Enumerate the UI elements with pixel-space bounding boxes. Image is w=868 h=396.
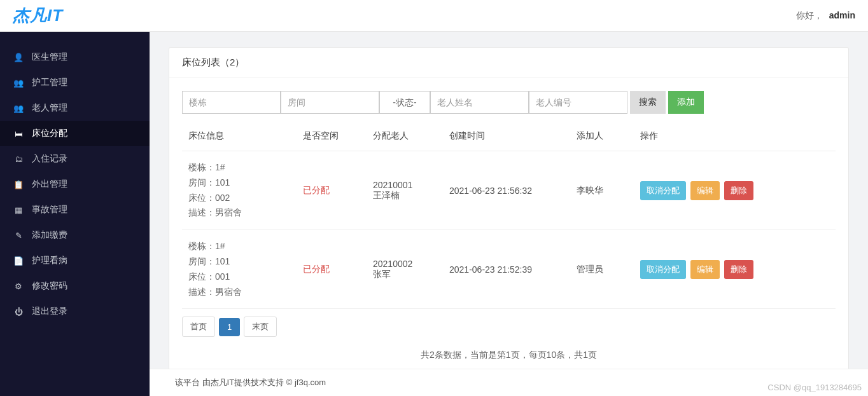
elder-no: 20210002 [373, 259, 437, 269]
edit-button[interactable]: 编辑 [690, 181, 720, 200]
sidebar: 👤医生管理 👥护工管理 👥老人管理 🛏床位分配 🗂入住记录 📋外出管理 ▦事故管… [0, 32, 150, 396]
action-cell: 取消分配 编辑 删除 [634, 230, 836, 309]
th-idle: 是否空闲 [297, 121, 367, 151]
delete-button[interactable]: 删除 [724, 260, 753, 279]
action-cell: 取消分配 编辑 删除 [634, 151, 836, 230]
elder-cell: 20210002 张军 [367, 230, 443, 309]
created-cell: 2021-06-23 21:52:39 [443, 230, 570, 309]
building-input[interactable] [182, 91, 281, 114]
edit-button[interactable]: 编辑 [690, 260, 720, 279]
sidebar-item-label: 退出登录 [32, 306, 67, 317]
first-page-button[interactable]: 首页 [182, 317, 215, 337]
file-icon: 📄 [13, 256, 24, 266]
table-row: 楼栋：1# 房间：101 床位：002 描述：男宿舍 已分配 20210001 … [182, 151, 836, 230]
pagination: 首页 1 末页 [182, 317, 836, 337]
sidebar-item-fee[interactable]: ✎添加缴费 [0, 222, 150, 248]
page-1-button[interactable]: 1 [219, 318, 240, 336]
elder-name: 王泽楠 [373, 190, 437, 201]
status-select[interactable]: -状态- [379, 91, 430, 114]
th-action: 操作 [634, 121, 836, 151]
elder-name-input[interactable] [430, 91, 529, 114]
greeting-prefix: 你好， [796, 10, 823, 20]
th-bedinfo: 床位信息 [182, 121, 297, 151]
bed-no: 床位：002 [188, 191, 290, 206]
sidebar-item-label: 护理看病 [32, 255, 67, 266]
clipboard-icon: 📋 [13, 180, 24, 189]
power-icon: ⏻ [13, 307, 24, 317]
elder-name: 张军 [373, 269, 437, 280]
room-input[interactable] [281, 91, 379, 114]
cancel-assign-button[interactable]: 取消分配 [640, 181, 686, 200]
sidebar-item-bed[interactable]: 🛏床位分配 [0, 121, 150, 146]
sidebar-item-label: 医生管理 [32, 51, 67, 63]
sidebar-item-checkin[interactable]: 🗂入住记录 [0, 146, 150, 172]
sidebar-item-out[interactable]: 📋外出管理 [0, 172, 150, 197]
sidebar-item-password[interactable]: ⚙修改密码 [0, 273, 150, 299]
bed-table: 床位信息 是否空闲 分配老人 创建时间 添加人 操作 楼栋：1# 房间：101 … [182, 121, 836, 309]
card: 床位列表（2） -状态- 搜索 添加 床位信息 是否空闲 分配老人 [169, 47, 849, 374]
bed-building: 楼栋：1# [188, 239, 290, 254]
grid-icon: ▦ [13, 205, 24, 215]
pagination-summary: 共2条数据，当前是第1页，每页10条，共1页 [182, 350, 836, 361]
footer: 该平台 由杰凡IT提供技术支持 © jf3q.com [150, 369, 868, 396]
sidebar-item-label: 添加缴费 [32, 229, 67, 241]
users-icon: 👥 [13, 78, 24, 88]
elder-no-input[interactable] [529, 91, 627, 114]
bed-desc: 描述：男宿舍 [188, 205, 290, 221]
elder-no: 20210001 [373, 180, 437, 190]
gear-icon: ⚙ [13, 282, 24, 291]
edit-icon: ✎ [13, 231, 24, 240]
sidebar-item-care[interactable]: 📄护理看病 [0, 248, 150, 273]
bed-room: 房间：101 [188, 254, 290, 270]
sidebar-item-label: 事故管理 [32, 204, 67, 215]
username: admin [829, 10, 855, 20]
last-page-button[interactable]: 末页 [244, 317, 277, 337]
bed-room: 房间：101 [188, 175, 290, 191]
bed-icon: 🛏 [13, 129, 24, 139]
adder-cell: 管理员 [570, 230, 634, 309]
bed-no: 床位：001 [188, 270, 290, 285]
user-icon: 👤 [13, 53, 24, 62]
cancel-assign-button[interactable]: 取消分配 [640, 260, 686, 279]
sidebar-item-label: 外出管理 [32, 179, 67, 190]
users-icon: 👥 [13, 104, 24, 113]
filters: -状态- 搜索 添加 [182, 91, 836, 114]
sidebar-item-doctor[interactable]: 👤医生管理 [0, 44, 150, 70]
bed-desc: 描述：男宿舍 [188, 285, 290, 300]
add-button[interactable]: 添加 [668, 91, 704, 114]
status-cell: 已分配 [297, 151, 367, 230]
bed-info-cell: 楼栋：1# 房间：101 床位：002 描述：男宿舍 [182, 151, 297, 230]
sidebar-item-logout[interactable]: ⏻退出登录 [0, 299, 150, 324]
bed-info-cell: 楼栋：1# 房间：101 床位：001 描述：男宿舍 [182, 230, 297, 309]
sidebar-item-elder[interactable]: 👥老人管理 [0, 95, 150, 121]
top-bar: 杰凡IT 你好， admin [0, 0, 868, 32]
archive-icon: 🗂 [13, 154, 24, 164]
created-cell: 2021-06-23 21:56:32 [443, 151, 570, 230]
th-created: 创建时间 [443, 121, 570, 151]
greeting: 你好， admin [796, 10, 855, 22]
table-row: 楼栋：1# 房间：101 床位：001 描述：男宿舍 已分配 20210002 … [182, 230, 836, 309]
sidebar-item-nurse[interactable]: 👥护工管理 [0, 70, 150, 95]
sidebar-item-label: 床位分配 [32, 128, 67, 139]
elder-cell: 20210001 王泽楠 [367, 151, 443, 230]
bed-building: 楼栋：1# [188, 160, 290, 175]
sidebar-item-label: 入住记录 [32, 153, 67, 165]
delete-button[interactable]: 删除 [724, 181, 753, 200]
sidebar-item-accident[interactable]: ▦事故管理 [0, 197, 150, 222]
th-adder: 添加人 [570, 121, 634, 151]
content: 床位列表（2） -状态- 搜索 添加 床位信息 是否空闲 分配老人 [150, 32, 868, 396]
search-button[interactable]: 搜索 [630, 91, 666, 114]
logo: 杰凡IT [13, 4, 63, 27]
card-title: 床位列表（2） [169, 48, 848, 78]
sidebar-item-label: 修改密码 [32, 280, 67, 292]
adder-cell: 李映华 [570, 151, 634, 230]
status-cell: 已分配 [297, 230, 367, 309]
sidebar-item-label: 老人管理 [32, 102, 67, 114]
sidebar-item-label: 护工管理 [32, 77, 67, 88]
th-elder: 分配老人 [367, 121, 443, 151]
